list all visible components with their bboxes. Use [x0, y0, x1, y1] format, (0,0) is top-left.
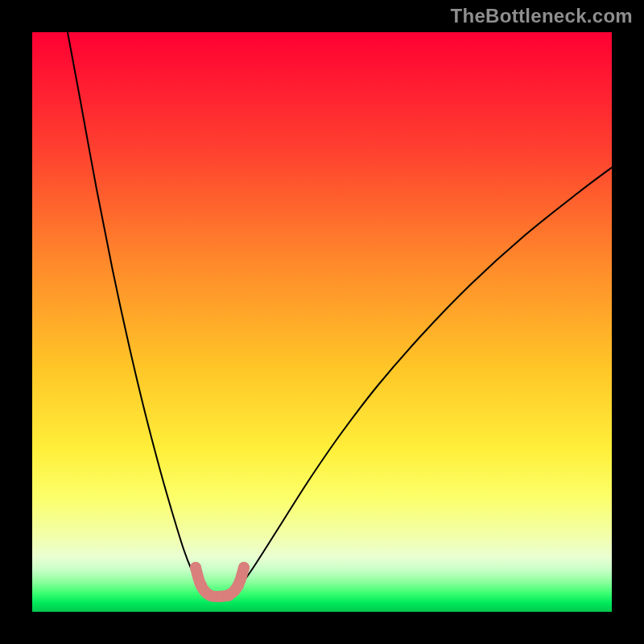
curve-layer — [32, 32, 612, 612]
chart-frame: TheBottleneck.com — [0, 0, 644, 644]
valley-dot — [233, 580, 244, 591]
watermark-text: TheBottleneck.com — [451, 5, 633, 27]
valley-dot — [223, 590, 234, 601]
valley-dot — [190, 562, 201, 573]
valley-dot — [205, 590, 217, 601]
curve-left — [68, 32, 204, 590]
plot-area — [32, 32, 612, 612]
valley-dot — [196, 580, 207, 591]
valley-dot — [238, 562, 250, 573]
curve-right — [237, 167, 612, 590]
